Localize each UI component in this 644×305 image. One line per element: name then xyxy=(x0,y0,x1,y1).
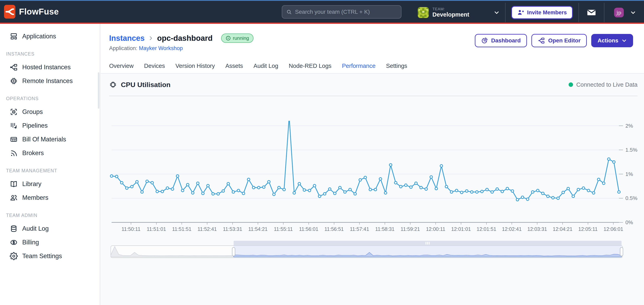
data-point xyxy=(592,192,595,194)
performance-panel: CPU Utilisation Connected to Live Data 2… xyxy=(101,73,644,305)
data-point xyxy=(338,186,341,189)
notifications-button[interactable] xyxy=(579,8,604,17)
application-label: Application: xyxy=(109,45,138,51)
sidebar-item-library[interactable]: Library xyxy=(0,177,100,191)
tab-assets[interactable]: Assets xyxy=(226,63,243,73)
x-axis-label: 11:53:31 xyxy=(223,226,242,232)
x-axis-label: 11:54:21 xyxy=(248,226,268,232)
data-point xyxy=(196,182,199,185)
data-point xyxy=(257,186,260,189)
brush-grip-icon[interactable] xyxy=(427,242,428,245)
data-point xyxy=(389,164,392,166)
data-point xyxy=(136,181,138,183)
brush-handle-right[interactable] xyxy=(620,248,623,256)
sidebar-item-team-settings[interactable]: Team Settings xyxy=(0,249,100,263)
tab-audit-log[interactable]: Audit Log xyxy=(254,63,278,73)
sidebar-item-brokers[interactable]: Brokers xyxy=(0,146,100,160)
data-point xyxy=(466,190,468,192)
data-point xyxy=(176,175,179,177)
sidebar-item-members[interactable]: Members xyxy=(0,191,100,205)
sidebar-item-remote-instances[interactable]: Remote Instances xyxy=(0,74,100,88)
data-point xyxy=(161,190,164,193)
sidebar-item-billing[interactable]: Billing xyxy=(0,236,100,249)
data-point xyxy=(430,176,432,178)
data-point xyxy=(613,161,615,163)
application-link[interactable]: Mayker Workshop xyxy=(139,45,183,51)
sidebar-section-operations: OPERATIONS xyxy=(6,96,100,101)
data-point xyxy=(202,192,204,195)
sidebar-item-groups[interactable]: Groups xyxy=(0,105,100,119)
data-point xyxy=(156,190,158,193)
sidebar-item-label: Hosted Instances xyxy=(22,64,71,71)
open-editor-button[interactable]: Open Editor xyxy=(532,34,587,47)
data-point xyxy=(354,193,356,195)
data-point xyxy=(404,184,407,186)
x-axis-label: 12:01:51 xyxy=(477,226,496,232)
pipelines-icon xyxy=(10,122,18,130)
search-icon xyxy=(286,9,292,15)
sidebar-item-pipelines[interactable]: Pipelines xyxy=(0,119,100,132)
data-point xyxy=(532,191,534,193)
team-search[interactable] xyxy=(282,5,402,18)
pie-chart-icon xyxy=(481,37,488,44)
breadcrumb-instances-link[interactable]: Instances xyxy=(109,34,144,43)
x-axis-label: 11:59:21 xyxy=(401,226,420,232)
sidebar: ApplicationsINSTANCESHosted InstancesRem… xyxy=(0,24,100,305)
application-row: Application: Mayker Workshop xyxy=(109,45,183,51)
open-editor-label: Open Editor xyxy=(548,37,580,44)
brush-grip-icon[interactable] xyxy=(429,242,430,245)
x-axis-label: 11:52:41 xyxy=(198,226,217,232)
applications-icon xyxy=(10,32,18,40)
data-point xyxy=(567,187,570,190)
search-input[interactable] xyxy=(295,9,397,15)
brand-name: FlowFuse xyxy=(19,7,59,16)
data-point xyxy=(303,189,306,191)
y-axis-label: 1% xyxy=(626,171,633,177)
data-point xyxy=(587,189,590,192)
data-point xyxy=(516,198,519,201)
sidebar-item-applications[interactable]: Applications xyxy=(0,29,100,43)
chip-icon xyxy=(10,77,18,85)
data-point xyxy=(222,190,224,192)
sidebar-item-label: Groups xyxy=(22,108,43,116)
data-point xyxy=(247,178,250,181)
data-point xyxy=(511,190,514,192)
sidebar-item-hosted-instances[interactable]: Hosted Instances xyxy=(0,60,100,74)
data-point xyxy=(496,188,498,191)
tab-devices[interactable]: Devices xyxy=(144,63,165,73)
data-point xyxy=(542,192,544,195)
team-label: TEAM: xyxy=(432,7,469,11)
y-axis-label: 0% xyxy=(626,219,633,225)
brush-selection[interactable] xyxy=(234,246,622,258)
tab-version-history[interactable]: Version History xyxy=(176,63,215,73)
data-point xyxy=(334,192,336,195)
data-point xyxy=(521,196,524,199)
cpu-series-line xyxy=(112,121,619,200)
data-point xyxy=(460,191,463,194)
data-point xyxy=(116,175,118,178)
brand-logo[interactable]: FlowFuse xyxy=(0,5,100,18)
sidebar-item-label: Applications xyxy=(22,33,56,40)
data-point xyxy=(546,195,549,198)
invite-members-button[interactable]: Invite Members xyxy=(511,6,573,19)
actions-button[interactable]: Actions xyxy=(591,34,633,47)
sidebar-scrollbar[interactable] xyxy=(98,72,100,109)
data-point xyxy=(374,188,377,191)
brush-grip-icon[interactable] xyxy=(426,242,426,245)
data-point xyxy=(618,191,620,193)
data-point xyxy=(369,188,372,191)
tab-overview[interactable]: Overview xyxy=(109,63,134,73)
tab-settings[interactable]: Settings xyxy=(386,63,407,73)
tab-node-red-logs[interactable]: Node-RED Logs xyxy=(289,63,332,73)
user-menu[interactable]: jp xyxy=(604,8,644,17)
sidebar-item-audit-log[interactable]: Audit Log xyxy=(0,222,100,236)
brush-handle-left[interactable] xyxy=(232,248,235,256)
tab-performance[interactable]: Performance xyxy=(342,63,376,73)
sidebar-item-bill-of-materials[interactable]: Bill Of Materials xyxy=(0,132,100,146)
dashboard-button[interactable]: Dashboard xyxy=(475,34,527,47)
team-switcher[interactable]: TEAM: Development xyxy=(412,1,505,23)
sidebar-section-team-management: TEAM MANAGEMENT xyxy=(6,168,100,174)
data-point xyxy=(227,182,230,185)
data-point xyxy=(577,188,580,191)
data-point xyxy=(232,191,235,193)
